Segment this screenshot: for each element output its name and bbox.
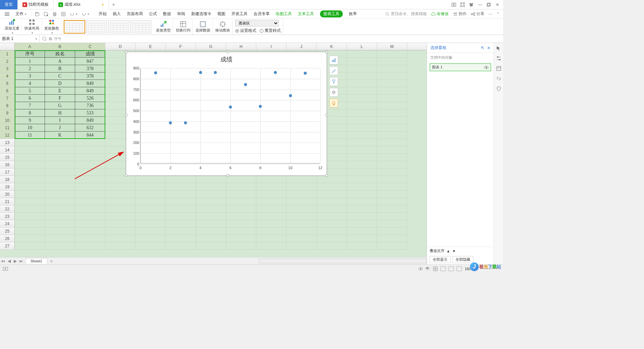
cell[interactable] [45, 146, 75, 154]
cell[interactable] [377, 65, 407, 72]
move-chart-button[interactable]: 移动图表 [215, 21, 230, 33]
cell[interactable] [226, 183, 256, 191]
row-header[interactable]: 23 [0, 213, 15, 220]
col-header[interactable]: F [166, 43, 196, 50]
rail-shield-icon[interactable] [496, 86, 501, 91]
cell[interactable]: 849 [75, 80, 105, 87]
panel-close-icon[interactable]: ✕ [487, 46, 490, 50]
row-header[interactable]: 12 [0, 132, 15, 139]
cell[interactable] [347, 191, 377, 198]
cell[interactable]: F [45, 95, 75, 102]
change-color-button[interactable]: 更改颜色 [44, 19, 59, 35]
cell[interactable] [347, 183, 377, 191]
cell[interactable] [45, 183, 75, 191]
cell[interactable] [317, 242, 347, 250]
col-header[interactable]: D [105, 43, 136, 50]
tab-insert[interactable]: 插入 [113, 10, 121, 17]
cell[interactable] [15, 198, 45, 205]
tab-chart-tools[interactable]: 图表工具 [320, 10, 343, 17]
cell[interactable] [75, 213, 105, 220]
cell[interactable] [377, 220, 407, 228]
cell[interactable]: 4 [15, 80, 45, 87]
cell[interactable] [45, 168, 75, 176]
cell[interactable]: B [45, 65, 75, 72]
cell[interactable] [75, 161, 105, 168]
quick-layout-button[interactable]: 快速布局 [24, 19, 39, 35]
cell[interactable] [256, 205, 286, 213]
cell[interactable] [15, 146, 45, 154]
cell[interactable] [347, 102, 377, 109]
cell[interactable] [136, 242, 166, 250]
col-header[interactable]: H [226, 43, 256, 50]
cell[interactable] [317, 205, 347, 213]
print-preview-icon[interactable] [60, 11, 67, 17]
cell[interactable]: J [45, 124, 75, 132]
cell[interactable] [317, 183, 347, 191]
cell[interactable] [75, 235, 105, 242]
cell[interactable] [226, 220, 256, 228]
skin-icon[interactable] [469, 2, 474, 7]
cell[interactable] [347, 87, 377, 95]
cell[interactable]: 3 [15, 72, 45, 80]
cell[interactable] [196, 213, 226, 220]
row-header[interactable]: 16 [0, 161, 15, 168]
cell[interactable]: 序号 [15, 50, 45, 58]
cell[interactable] [347, 176, 377, 183]
cell[interactable] [256, 220, 286, 228]
cell[interactable] [286, 205, 317, 213]
close-button[interactable]: ✕ [495, 2, 500, 7]
cell[interactable]: 姓名 [45, 50, 75, 58]
col-header[interactable]: M [377, 43, 407, 50]
cell[interactable] [136, 198, 166, 205]
show-all-button[interactable]: 全部显示 [430, 256, 450, 263]
panel-chart-item[interactable]: 图表 1 [430, 63, 491, 71]
cell[interactable]: 526 [75, 95, 105, 102]
cell[interactable] [347, 109, 377, 117]
change-type-button[interactable]: 更改类型 [156, 21, 171, 33]
layout-icon[interactable] [451, 2, 456, 7]
save-icon[interactable] [34, 11, 41, 17]
cell[interactable] [15, 191, 45, 198]
select-all-corner[interactable] [0, 43, 15, 50]
cell[interactable] [347, 213, 377, 220]
cell[interactable] [286, 198, 317, 205]
zoom-fx-icon[interactable] [42, 37, 47, 41]
cell[interactable]: I [45, 117, 75, 124]
cell[interactable] [15, 176, 45, 183]
has-changes-button[interactable]: 有修改 [431, 11, 449, 17]
cell[interactable] [15, 235, 45, 242]
chart-idea-button[interactable] [329, 99, 338, 107]
tab-file-active[interactable]: S 成绩.xlsx • [54, 0, 109, 9]
cell[interactable] [136, 191, 166, 198]
set-format-button[interactable]: 设置格式 [235, 28, 256, 34]
cell[interactable] [347, 228, 377, 235]
row-header[interactable]: 8 [0, 102, 15, 109]
sheet-last-button[interactable]: ⏭ [18, 257, 24, 264]
cell[interactable]: 533 [75, 109, 105, 117]
cell[interactable] [166, 242, 196, 250]
cell[interactable]: 7 [15, 102, 45, 109]
row-header[interactable]: 25 [0, 228, 15, 235]
cell[interactable]: E [45, 87, 75, 95]
cell[interactable] [45, 213, 75, 220]
row-header[interactable]: 26 [0, 235, 15, 242]
cell[interactable] [196, 228, 226, 235]
sheet-add-button[interactable]: + [47, 258, 55, 264]
cell[interactable] [75, 198, 105, 205]
tab-review[interactable]: 审阅 [177, 10, 185, 17]
chart-area-select[interactable]: 图表区 [235, 20, 279, 27]
cell[interactable] [45, 228, 75, 235]
tab-data[interactable]: 数据 [163, 10, 171, 17]
cell[interactable] [166, 183, 196, 191]
col-header[interactable]: I [256, 43, 286, 50]
cell[interactable]: 成绩 [75, 50, 105, 58]
cell[interactable]: 849 [75, 87, 105, 95]
row-header[interactable]: 7 [0, 95, 15, 102]
chart-object[interactable]: 成绩 0100200300400500600700800900024681012 [126, 52, 327, 176]
cell[interactable] [196, 242, 226, 250]
cell[interactable] [226, 198, 256, 205]
sheet-tab[interactable]: Sheet1 [25, 258, 47, 264]
cell[interactable]: K [45, 132, 75, 139]
cell[interactable] [196, 220, 226, 228]
rail-link-icon[interactable] [496, 76, 501, 81]
